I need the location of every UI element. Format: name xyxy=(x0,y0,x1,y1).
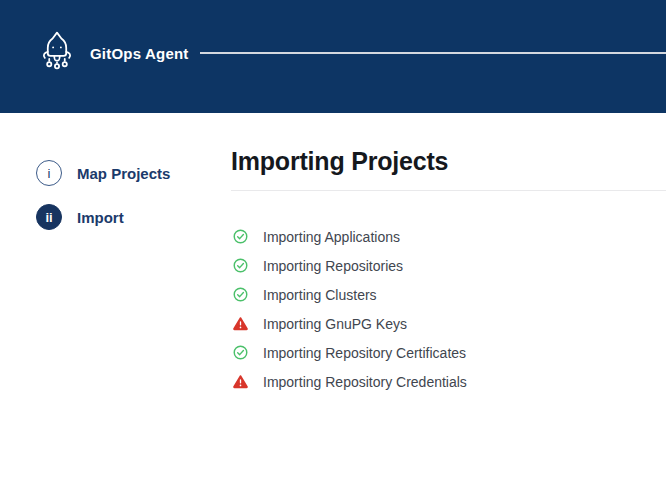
title-divider xyxy=(231,190,666,191)
status-item-label: Importing Repository Certificates xyxy=(263,345,466,361)
status-row: Importing GnuPG Keys xyxy=(233,316,666,331)
step-2-indicator: ii xyxy=(36,204,62,230)
octopus-logo-icon xyxy=(36,30,78,74)
wizard-stepper: i Map Projects ii Import xyxy=(36,160,216,248)
step-1-label: Map Projects xyxy=(77,165,170,182)
status-item-label: Importing Repository Credentials xyxy=(263,374,467,390)
app-header: GitOps Agent xyxy=(0,0,666,113)
step-2-label: Import xyxy=(77,209,124,226)
warning-triangle-icon xyxy=(233,316,248,331)
check-circle-icon xyxy=(233,229,248,244)
step-1-indicator: i xyxy=(36,160,62,186)
header-divider xyxy=(200,52,666,54)
check-circle-icon xyxy=(233,258,248,273)
status-row: Importing Applications xyxy=(233,229,666,244)
step-map-projects[interactable]: i Map Projects xyxy=(36,160,216,186)
status-item-label: Importing Applications xyxy=(263,229,400,245)
check-circle-icon xyxy=(233,287,248,302)
status-list: Importing Applications Importing Reposit… xyxy=(233,229,666,389)
status-item-label: Importing Repositories xyxy=(263,258,403,274)
app-title: GitOps Agent xyxy=(90,45,189,62)
page-title: Importing Projects xyxy=(231,146,666,177)
status-item-label: Importing GnuPG Keys xyxy=(263,316,407,332)
status-row: Importing Repositories xyxy=(233,258,666,273)
status-row: Importing Clusters xyxy=(233,287,666,302)
status-item-label: Importing Clusters xyxy=(263,287,377,303)
check-circle-icon xyxy=(233,345,248,360)
warning-triangle-icon xyxy=(233,374,248,389)
main-content: Importing Projects Importing Application… xyxy=(231,146,666,403)
status-row: Importing Repository Credentials xyxy=(233,374,666,389)
step-import[interactable]: ii Import xyxy=(36,204,216,230)
status-row: Importing Repository Certificates xyxy=(233,345,666,360)
